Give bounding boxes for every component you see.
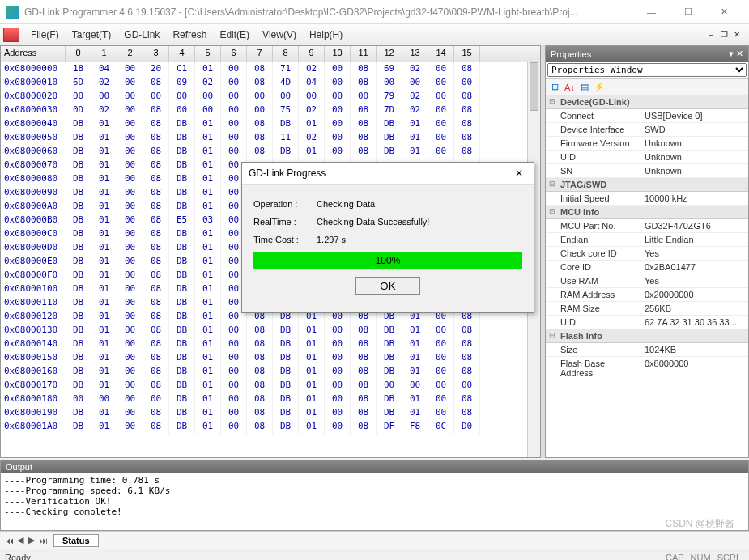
- hex-byte[interactable]: 08: [143, 186, 169, 200]
- hex-byte[interactable]: 08: [351, 392, 377, 406]
- lightning-icon[interactable]: ⚡: [593, 81, 605, 93]
- hex-byte[interactable]: D0: [454, 420, 480, 434]
- hex-byte[interactable]: 04: [299, 76, 325, 90]
- hex-byte[interactable]: 00: [117, 255, 143, 269]
- property-value[interactable]: Unknown: [641, 151, 748, 163]
- hex-byte[interactable]: 08: [454, 90, 480, 104]
- hex-byte[interactable]: 6D: [66, 76, 91, 90]
- hex-byte[interactable]: DB: [66, 420, 91, 434]
- hex-byte[interactable]: 01: [91, 406, 117, 420]
- hex-byte[interactable]: DB: [273, 117, 299, 131]
- hex-byte[interactable]: 08: [351, 131, 377, 145]
- hex-byte[interactable]: 08: [143, 296, 169, 310]
- hex-byte[interactable]: 00: [169, 90, 195, 104]
- hex-byte[interactable]: 02: [91, 104, 117, 117]
- hex-byte[interactable]: 01: [299, 351, 325, 365]
- property-row[interactable]: EndianLittle Endian: [546, 233, 748, 247]
- hex-row[interactable]: 0x080000106D020008090200084D040008000000…: [1, 76, 540, 90]
- hex-byte[interactable]: 04: [91, 62, 117, 76]
- tab-prev-icon[interactable]: ◀: [15, 535, 26, 545]
- hex-byte[interactable]: 01: [402, 406, 428, 420]
- hex-byte[interactable]: 08: [351, 420, 377, 434]
- hex-row[interactable]: 0x08000170DB010008DB010008DB010008000000…: [1, 379, 540, 392]
- hex-byte[interactable]: DB: [169, 200, 195, 214]
- hex-byte[interactable]: DB: [377, 351, 402, 365]
- mdi-close-icon[interactable]: ✕: [731, 29, 743, 40]
- hex-byte[interactable]: 08: [454, 337, 480, 351]
- property-value[interactable]: 1024KB: [641, 343, 748, 356]
- hex-byte[interactable]: 08: [143, 227, 169, 241]
- hex-row[interactable]: 0x080000300D02000800000000750200087D0200…: [1, 104, 540, 117]
- hex-byte[interactable]: DB: [273, 365, 299, 379]
- hex-col-6[interactable]: 6: [221, 46, 247, 62]
- categorize-icon[interactable]: ⊞: [549, 81, 561, 93]
- hex-byte[interactable]: 01: [402, 145, 428, 159]
- hex-byte[interactable]: 01: [299, 379, 325, 392]
- hex-byte[interactable]: 01: [195, 406, 221, 420]
- hex-byte[interactable]: 01: [91, 379, 117, 392]
- hex-byte[interactable]: 0C: [428, 420, 454, 434]
- hex-byte[interactable]: 08: [247, 131, 273, 145]
- hex-byte[interactable]: 01: [402, 337, 428, 351]
- hex-byte[interactable]: 00: [428, 76, 454, 90]
- hex-byte[interactable]: 01: [195, 62, 221, 76]
- hex-byte[interactable]: DB: [66, 310, 91, 324]
- hex-byte[interactable]: 00: [221, 420, 247, 434]
- props-icon[interactable]: ▤: [578, 81, 590, 93]
- hex-byte[interactable]: 00: [221, 406, 247, 420]
- hex-byte[interactable]: 08: [143, 172, 169, 186]
- hex-byte[interactable]: 01: [195, 379, 221, 392]
- hex-byte[interactable]: 08: [143, 337, 169, 351]
- hex-byte[interactable]: 08: [247, 62, 273, 76]
- hex-byte[interactable]: 00: [428, 406, 454, 420]
- hex-byte[interactable]: 09: [169, 76, 195, 90]
- hex-byte[interactable]: 08: [143, 214, 169, 227]
- hex-byte[interactable]: DB: [169, 365, 195, 379]
- hex-byte[interactable]: 00: [117, 227, 143, 241]
- hex-byte[interactable]: 00: [117, 392, 143, 406]
- hex-byte[interactable]: 08: [143, 324, 169, 337]
- scrollbar-thumb[interactable]: [530, 62, 538, 111]
- hex-byte[interactable]: 00: [325, 351, 351, 365]
- hex-byte[interactable]: 00: [428, 392, 454, 406]
- hex-col-9[interactable]: 9: [299, 46, 325, 62]
- hex-byte[interactable]: 01: [91, 227, 117, 241]
- properties-dropdown[interactable]: Properties Window: [547, 63, 747, 77]
- hex-byte[interactable]: 00: [117, 145, 143, 159]
- menu-refresh[interactable]: Refresh: [166, 28, 213, 42]
- hex-byte[interactable]: DB: [169, 269, 195, 282]
- hex-byte[interactable]: 00: [91, 392, 117, 406]
- hex-byte[interactable]: 00: [117, 200, 143, 214]
- hex-byte[interactable]: 08: [143, 117, 169, 131]
- property-row[interactable]: Size1024KB: [546, 343, 748, 357]
- property-value[interactable]: Little Endian: [641, 233, 748, 246]
- menu-help[interactable]: Help(H): [303, 28, 349, 42]
- hex-byte[interactable]: 00: [221, 145, 247, 159]
- hex-byte[interactable]: 01: [91, 324, 117, 337]
- property-row[interactable]: Core ID0x2BA01477: [546, 261, 748, 274]
- hex-byte[interactable]: 01: [91, 145, 117, 159]
- hex-byte[interactable]: 08: [143, 310, 169, 324]
- hex-byte[interactable]: 00: [91, 90, 117, 104]
- hex-byte[interactable]: 08: [351, 351, 377, 365]
- hex-byte[interactable]: 00: [428, 145, 454, 159]
- hex-byte[interactable]: 01: [91, 241, 117, 255]
- hex-byte[interactable]: DB: [66, 296, 91, 310]
- hex-byte[interactable]: 00: [117, 420, 143, 434]
- close-button[interactable]: ✕: [706, 1, 743, 23]
- hex-byte[interactable]: 01: [91, 117, 117, 131]
- hex-byte[interactable]: DB: [169, 255, 195, 269]
- hex-byte[interactable]: 08: [143, 379, 169, 392]
- hex-byte[interactable]: 08: [351, 365, 377, 379]
- hex-byte[interactable]: 08: [143, 406, 169, 420]
- hex-row[interactable]: 0x08000150DB010008DB010008DB010008DB0100…: [1, 351, 540, 365]
- hex-byte[interactable]: 00: [351, 90, 377, 104]
- hex-byte[interactable]: 00: [325, 117, 351, 131]
- hex-byte[interactable]: DB: [169, 296, 195, 310]
- hex-byte[interactable]: DB: [66, 131, 91, 145]
- hex-byte[interactable]: DB: [377, 392, 402, 406]
- hex-byte[interactable]: 08: [143, 145, 169, 159]
- hex-byte[interactable]: 00: [143, 90, 169, 104]
- hex-row[interactable]: 0x08000050DB010008DB01000811020008DB0100…: [1, 131, 540, 145]
- hex-byte[interactable]: DB: [66, 145, 91, 159]
